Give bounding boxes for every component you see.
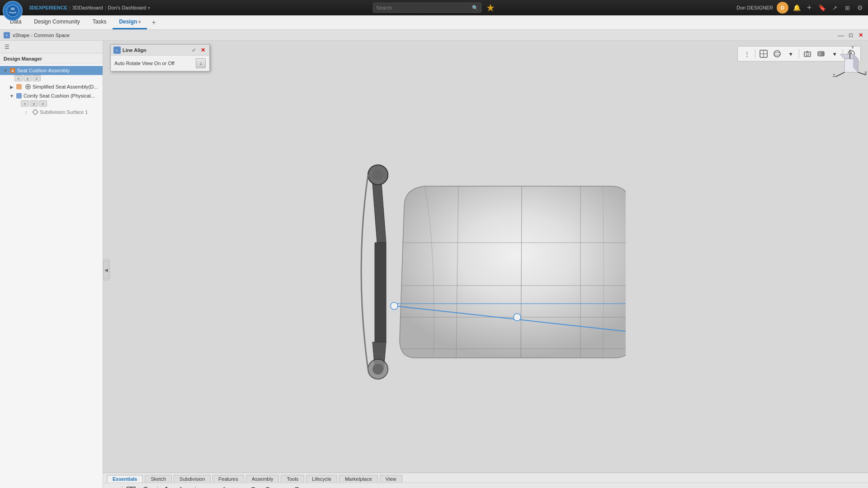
cushion-body [391,186,626,358]
user-avatar[interactable]: D [777,2,788,14]
bottom-tools-row: ◀ ▾ [103,483,868,488]
bt-sep-0 [122,486,123,488]
tree-icons-row-0: x y z [14,75,103,81]
panel-collapse-handle[interactable]: ◀ [103,261,109,279]
tree-item-simplified-seat[interactable]: ▶ Simplified Seat Assembly(D... [0,82,103,91]
window-minimize-btn[interactable]: — [837,32,844,39]
tree-label-1: Simplified Seat Assembly(D... [33,84,98,89]
search-box[interactable]: Search 🔍 [373,3,481,13]
tab-tools[interactable]: Tools [281,475,304,483]
small-icon-0a: x [14,75,23,81]
part-icon-1b [24,83,32,90]
svg-marker-18 [807,51,808,52]
share-icon[interactable]: ↗ [830,3,839,12]
svg-point-26 [373,169,383,180]
app-logo[interactable]: 3D [3,1,23,21]
tab-view[interactable]: View [380,475,402,483]
compass-icon[interactable] [486,3,495,12]
svg-text:L: L [116,48,118,52]
bt-grid-btn[interactable] [124,485,138,488]
line-align-dialog: L Line Align ✓ ✕ Auto Rotate View On or … [110,44,210,71]
svg-marker-2 [487,4,494,11]
search-icon[interactable]: 🔍 [472,5,478,11]
svg-point-15 [774,52,780,55]
tab-features[interactable]: Features [212,475,244,483]
vp-dropdown-btn[interactable]: ▾ [784,48,797,60]
nav-design[interactable]: Design ▾ [113,15,147,29]
panel-toolbar: ☰ [0,41,103,53]
tree-toggle-2[interactable]: ▼ [9,93,14,99]
svg-marker-8 [33,109,38,115]
search-placeholder: Search [376,5,392,10]
panel-menu-btn[interactable]: ☰ [2,42,12,52]
dialog-close-btn[interactable]: ✕ [199,47,207,54]
bottom-toolbar: Essentials Sketch Subdivision Features A… [103,473,868,488]
window-title: xShape - Common Space [13,33,835,38]
svg-text:A: A [11,69,14,73]
dialog-action-btn[interactable]: ↓ [196,58,206,68]
tab-essentials[interactable]: Essentials [107,475,143,483]
bt-freeze-btn[interactable] [261,485,274,488]
bookmark-icon[interactable]: 🔖 [817,3,826,12]
window-app-icon: x [4,32,10,38]
svg-text:Z: Z [833,73,835,78]
svg-text:Y: Y [851,46,854,50]
vp-camera-btn[interactable] [801,48,814,60]
top-bar-center: Search 🔍 [373,3,495,13]
dropdown-arrow[interactable]: ▾ [148,5,150,10]
tree-toggle-1[interactable]: ▶ [9,84,14,89]
dashboard-name[interactable]: Don's Dashboard [108,5,146,10]
vp-shade-btn[interactable] [815,48,827,60]
bt-hex-btn[interactable] [139,485,152,488]
small-icon-2c: z [39,100,47,107]
bt-cut-btn[interactable] [189,485,202,488]
tab-sketch[interactable]: Sketch [145,475,172,483]
bt-history-btn[interactable] [290,485,303,488]
svg-point-14 [774,51,780,57]
nav-tasks[interactable]: Tasks [86,15,113,29]
bt-symmetry-btn[interactable] [232,485,245,488]
notification-icon[interactable]: 🔔 [792,3,801,12]
tree-item-comfy-seat[interactable]: ▼ Comfy Seat Cushion (Physical... [0,91,103,100]
add-icon[interactable]: + [805,3,814,12]
tab-assembly[interactable]: Assembly [246,475,279,483]
panel-title: Design Manager [0,53,103,64]
vp-view-btn[interactable] [757,48,770,60]
bt-collapse-btn[interactable]: ◀ [107,485,120,488]
vp-more-btn[interactable]: ⋮ [741,48,753,60]
gizmo[interactable]: Y X Z [832,46,868,82]
window-maximize-btn[interactable]: ⊡ [847,32,854,39]
bt-more-btn[interactable] [275,485,289,488]
apps-icon[interactable]: ⊞ [843,3,852,12]
bt-extrude-btn[interactable] [174,485,188,488]
nav-design-community[interactable]: Design Community [28,15,86,29]
small-icon-2b: y [30,100,38,107]
design-tree: ▼ A Seat Cushion Assembly x y z ▶ [0,64,103,488]
tree-icons-row-2: x y z [21,100,103,107]
part-icon-2 [15,92,23,99]
dialog-confirm-btn[interactable]: ✓ [190,47,198,54]
svg-rect-20 [821,52,824,56]
vp-sphere-btn[interactable] [771,48,783,60]
nav-add-tab[interactable]: + [147,15,160,29]
tree-item-subdiv[interactable]: ▶ ↕ Subdivision Surface 1 [0,108,103,117]
tree-item-seat-cushion-assembly[interactable]: ▼ A Seat Cushion Assembly [0,66,103,75]
tab-lifecycle[interactable]: Lifecycle [306,475,337,483]
bt-sep-1 [157,486,158,488]
window-close-btn[interactable]: ✕ [857,32,864,39]
tree-toggle-0[interactable]: ▼ [3,68,8,73]
window-titlebar: x xShape - Common Space — ⊡ ✕ [0,30,868,41]
vp-sep-1 [799,49,799,58]
bt-diamond-btn[interactable] [160,485,173,488]
bt-bridge-btn[interactable] [203,485,217,488]
viewport[interactable]: L Line Align ✓ ✕ Auto Rotate View On or … [103,41,868,488]
svg-point-0 [7,5,19,17]
small-icon-2a: x [21,100,29,107]
bt-crease-btn[interactable] [246,485,260,488]
bt-collapse2-btn[interactable] [217,485,231,488]
tab-subdivision[interactable]: Subdivision [174,475,211,483]
small-icon-0b: y [24,75,32,81]
tab-marketplace[interactable]: Marketplace [339,475,378,483]
settings-icon[interactable]: ⚙ [855,3,864,12]
svg-text:X: X [864,70,867,75]
